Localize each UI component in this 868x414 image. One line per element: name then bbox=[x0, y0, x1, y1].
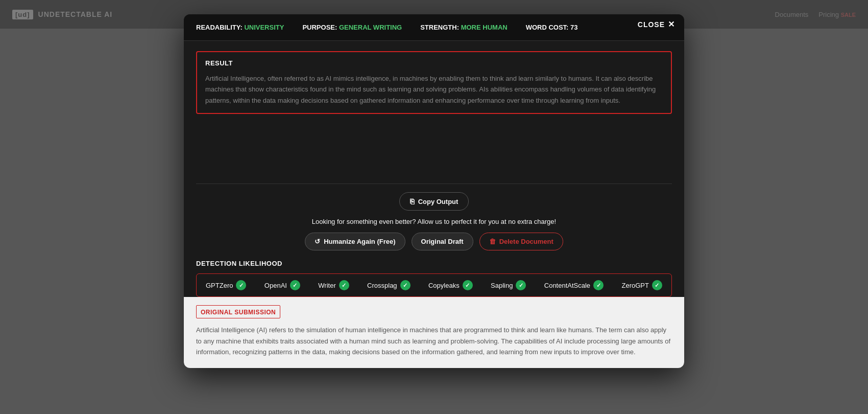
detection-item-writer: Writer bbox=[318, 280, 349, 290]
detection-label: DETECTION LIKELIHOOD bbox=[196, 260, 672, 267]
detection-item-openai: OpenAI bbox=[264, 280, 300, 290]
check-icon bbox=[339, 280, 349, 290]
detector-name: Writer bbox=[318, 282, 335, 289]
check-icon bbox=[463, 280, 473, 290]
delete-label: Delete Document bbox=[499, 238, 553, 245]
original-label: ORIGINAL SUBMISSION bbox=[201, 309, 276, 316]
humanize-label: Humanize Again (Free) bbox=[324, 238, 395, 245]
copy-output-row: ⎘ Copy Output bbox=[196, 192, 672, 211]
check-icon bbox=[593, 280, 604, 290]
humanize-icon: ↺ bbox=[315, 238, 320, 245]
spacer bbox=[196, 122, 672, 183]
check-icon bbox=[400, 280, 411, 290]
result-box: RESULT Artificial Intelligence, often re… bbox=[196, 51, 672, 114]
detector-name: Copyleaks bbox=[428, 282, 460, 289]
detection-item-gptzero: GPTZero bbox=[206, 280, 246, 290]
modal-body: RESULT Artificial Intelligence, often re… bbox=[184, 41, 684, 250]
original-draft-button[interactable]: Original Draft bbox=[412, 233, 473, 250]
detection-item-sapling: Sapling bbox=[491, 280, 526, 290]
detection-item-crossplag: Crossplag bbox=[367, 280, 411, 290]
delete-document-button[interactable]: 🗑 Delete Document bbox=[479, 233, 563, 250]
detector-name: Crossplag bbox=[367, 282, 397, 289]
trash-icon: 🗑 bbox=[489, 238, 496, 245]
copy-icon: ⎘ bbox=[410, 197, 414, 205]
purpose-item: PURPOSE: GENERAL WRITING bbox=[302, 24, 402, 31]
close-label: CLOSE bbox=[638, 20, 665, 29]
strength-item: STRENGTH: MORE HUMAN bbox=[420, 24, 507, 31]
close-button[interactable]: CLOSE ✕ bbox=[638, 19, 675, 29]
action-row: ↺ Humanize Again (Free) Original Draft 🗑… bbox=[196, 233, 672, 250]
main-modal: CLOSE ✕ READABILITY: UNIVERSITY PURPOSE:… bbox=[184, 14, 684, 368]
original-label-box: ORIGINAL SUBMISSION bbox=[196, 305, 280, 318]
modal-overlay: CLOSE ✕ READABILITY: UNIVERSITY PURPOSE:… bbox=[0, 0, 868, 414]
detector-name: ZeroGPT bbox=[621, 282, 648, 289]
check-icon bbox=[652, 280, 662, 290]
upsell-text: Looking for something even better? Allow… bbox=[196, 218, 672, 225]
check-icon bbox=[516, 280, 526, 290]
readability-item: READABILITY: UNIVERSITY bbox=[196, 24, 284, 31]
detector-name: ContentAtScale bbox=[544, 282, 590, 289]
check-icon bbox=[290, 280, 300, 290]
modal-header: READABILITY: UNIVERSITY PURPOSE: GENERAL… bbox=[184, 14, 684, 41]
detection-item-copyleaks: Copyleaks bbox=[428, 280, 473, 290]
check-icon bbox=[236, 280, 246, 290]
detection-item-zerogpt: ZeroGPT bbox=[621, 280, 662, 290]
word-cost-item: WORD COST: 73 bbox=[526, 24, 578, 31]
divider bbox=[196, 183, 672, 184]
detection-item-contentatscale: ContentAtScale bbox=[544, 280, 604, 290]
detector-name: OpenAI bbox=[264, 282, 287, 289]
original-text: Artificial Intelligence (AI) refers to t… bbox=[196, 325, 672, 357]
copy-output-button[interactable]: ⎘ Copy Output bbox=[399, 192, 469, 211]
copy-output-label: Copy Output bbox=[418, 198, 459, 205]
result-text: Artificial Intelligence, often referred … bbox=[205, 73, 663, 106]
original-section: ORIGINAL SUBMISSION Artificial Intellige… bbox=[184, 297, 684, 367]
original-draft-label: Original Draft bbox=[421, 238, 464, 245]
humanize-again-button[interactable]: ↺ Humanize Again (Free) bbox=[305, 233, 405, 250]
detector-name: Sapling bbox=[491, 282, 513, 289]
detection-badges: GPTZeroOpenAIWriterCrossplagCopyleaksSap… bbox=[196, 273, 672, 297]
detector-name: GPTZero bbox=[206, 282, 233, 289]
close-icon: ✕ bbox=[668, 19, 675, 29]
detection-section: DETECTION LIKELIHOOD GPTZeroOpenAIWriter… bbox=[184, 260, 684, 297]
result-label: RESULT bbox=[205, 59, 663, 67]
